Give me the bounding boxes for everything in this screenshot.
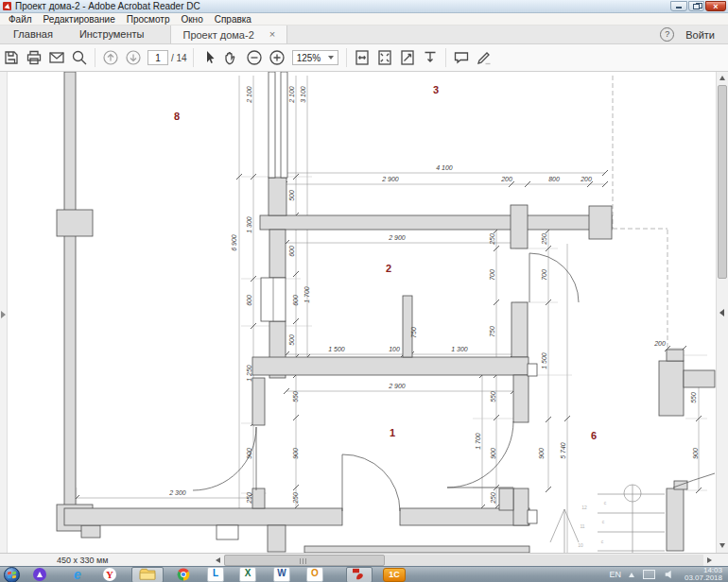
fill-sign-button[interactable] [473,46,495,69]
zoom-level-select[interactable]: 125% [292,50,339,65]
lync-icon: L [207,567,224,582]
vertical-scrollbar-thumb[interactable] [718,85,727,279]
acrobat-reader-button[interactable] [346,567,373,582]
document-tab-close-icon[interactable]: × [269,29,275,40]
yandex-browser-button[interactable]: Y [97,567,122,582]
pen-icon [475,48,494,67]
windows-flag-icon [8,571,11,574]
tab-tools[interactable]: Инструменты [66,26,158,43]
internet-explorer-button[interactable]: e [65,567,90,582]
dimension-label: 900 [246,448,252,459]
page-number-input[interactable] [147,50,168,65]
fit-page-icon [375,48,394,67]
network-icon[interactable] [643,570,655,579]
save-button[interactable] [0,46,23,69]
dimension-label: 1 250 [246,365,252,382]
document-area: 832164 1002 9002008002002 9001 5001001 3… [0,72,728,553]
restore-button[interactable] [688,1,704,11]
next-page-button[interactable] [122,46,145,69]
arrow-down-icon [719,543,725,548]
scroll-up-button[interactable] [717,72,728,84]
menu-item-0[interactable]: Файл [6,14,35,25]
fit-width-button[interactable] [351,46,373,69]
dimension-label: 1 300 [451,346,468,352]
tab-bar: Главная Инструменты Проект дома-2 × ? Во… [0,26,728,44]
chrome-icon [176,567,191,582]
chrome-button[interactable] [171,567,196,582]
scrolling-mode-button[interactable] [419,46,442,69]
cursor-icon [199,48,218,67]
stair-step-label: 12 [581,505,587,510]
page-count-label: / 14 [171,53,187,63]
start-button[interactable] [4,567,20,582]
dimension-label: 900 [490,448,496,459]
language-indicator[interactable]: EN [609,570,621,579]
file-explorer-button[interactable] [131,567,164,582]
dimension-label: 2 900 [381,176,399,182]
word-button[interactable]: W [269,567,294,582]
horizontal-scrollbar[interactable] [224,555,703,566]
dimension-label: 4 100 [436,164,453,171]
room-number: 2 [386,263,391,274]
search-button[interactable] [68,46,91,69]
comment-button[interactable] [450,46,473,69]
hand-tool-button[interactable] [220,46,243,69]
arrow-right-icon [707,557,712,563]
desktop: Проект дома-2 - Adobe Acrobat Reader DC … [0,0,728,582]
minimize-button[interactable] [670,1,687,11]
zoom-in-button[interactable] [266,46,288,69]
sign-in-button[interactable]: Войти [685,29,715,41]
onec-button[interactable]: 1С [380,567,408,582]
dimension-label: 200 [580,176,592,182]
dimension-label: 900 [292,448,299,459]
email-button[interactable] [45,46,68,69]
hidden-icons-chevron-icon[interactable] [629,573,634,577]
lync-button[interactable]: L [203,567,228,582]
full-screen-button[interactable] [396,46,419,69]
excel-button[interactable]: X [235,567,260,582]
print-button[interactable] [23,46,45,69]
dimension-label: 200 [653,340,666,347]
scroll-right-button[interactable] [703,555,715,566]
zoom-out-button[interactable] [243,46,266,69]
tools-pane-collapse-icon[interactable] [719,309,724,317]
toolbar-separator [193,48,194,67]
horizontal-scrollbar-thumb[interactable] [224,555,385,566]
scroll-left-button[interactable] [213,555,224,566]
nav-pane-expand-icon[interactable] [1,311,6,318]
dimension-label: 700 [489,269,495,281]
room-number: 1 [390,427,395,438]
walls [57,72,715,553]
stair-step-label: 11 [580,523,584,529]
outlook-button[interactable]: O [303,567,327,582]
clock[interactable]: 14:03 03.07.2018 [685,567,722,582]
fullscreen-icon [398,48,417,67]
fit-page-button[interactable] [373,46,396,69]
page-up-icon [101,48,120,67]
volume-icon[interactable] [664,569,675,580]
page-size-label: 450 x 330 мм [57,556,108,565]
scroll-down-button[interactable] [717,539,728,552]
vertical-scrollbar[interactable] [716,72,728,553]
menu-item-4[interactable]: Справка [212,14,254,25]
dimension-label: 3 100 [300,86,306,103]
select-tool-button[interactable] [198,46,220,69]
help-icon[interactable]: ? [660,27,674,42]
stair-step-label: 10 [578,542,583,548]
acrobat-reader-icon [352,568,367,581]
menu-item-2[interactable]: Просмотр [124,14,173,25]
dimension-label: 600 [246,295,252,306]
hand-icon [222,48,241,67]
dimension-label: 1 700 [475,433,481,450]
tab-document[interactable]: Проект дома-2 × [170,26,287,43]
previous-page-button[interactable] [99,46,122,69]
tab-home[interactable]: Главная [0,26,66,43]
close-button[interactable]: × [705,1,726,11]
menu-item-1[interactable]: Редактирование [41,14,118,25]
menu-item-3[interactable]: Окно [178,14,205,25]
stair-step-label: с [602,519,605,524]
page-down-icon [124,48,143,67]
dimension-label: 700 [541,269,547,281]
scrolling-mode-icon [421,48,440,67]
alice-assistant-button[interactable] [27,567,52,582]
